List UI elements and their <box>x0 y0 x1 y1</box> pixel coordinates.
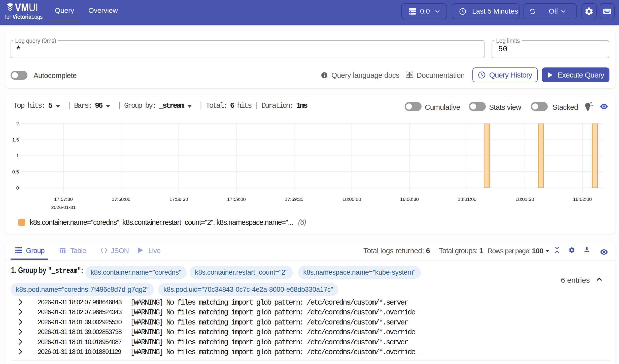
svg-text:18:01:00: 18:01:00 <box>458 197 476 202</box>
svg-text:18:01:30: 18:01:30 <box>515 197 534 202</box>
svg-text:17:58:00: 17:58:00 <box>112 197 130 202</box>
svg-text:17:57:30: 17:57:30 <box>54 197 73 202</box>
svg-text:18:00:00: 18:00:00 <box>342 197 361 202</box>
svg-text:18:00:30: 18:00:30 <box>400 197 419 202</box>
svg-text:1: 1 <box>16 153 19 158</box>
svg-text:0.5: 0.5 <box>12 169 19 174</box>
svg-text:2026-01-31: 2026-01-31 <box>51 205 76 210</box>
svg-text:2: 2 <box>16 121 19 126</box>
svg-text:1.5: 1.5 <box>12 137 19 142</box>
svg-text:17:59:30: 17:59:30 <box>285 197 303 202</box>
svg-text:18:02:00: 18:02:00 <box>573 197 592 202</box>
svg-text:17:58:30: 17:58:30 <box>169 197 188 202</box>
svg-text:17:59:00: 17:59:00 <box>227 197 246 202</box>
svg-text:0: 0 <box>16 185 19 191</box>
